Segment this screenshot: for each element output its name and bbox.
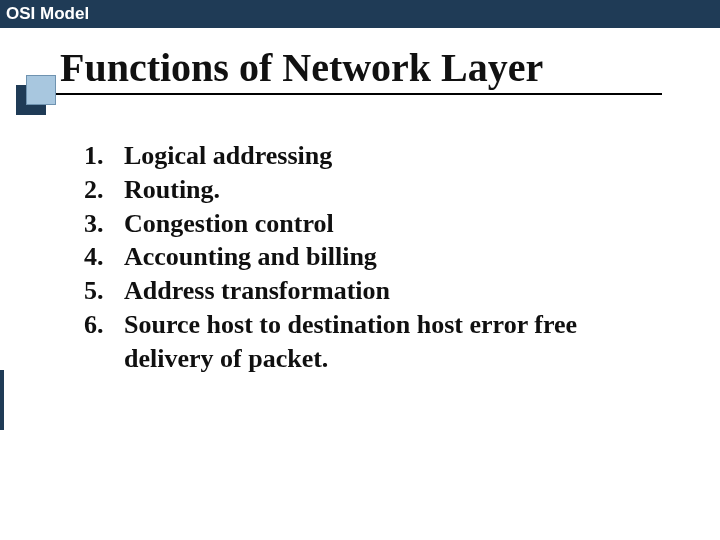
list-text: Accounting and billing bbox=[124, 240, 672, 274]
list-item: 2. Routing. bbox=[84, 173, 672, 207]
title-area: Functions of Network Layer bbox=[0, 44, 720, 93]
list-number: 1. bbox=[84, 139, 124, 173]
list-text: Congestion control bbox=[124, 207, 672, 241]
list-item: 3. Congestion control bbox=[84, 207, 672, 241]
list-number: 3. bbox=[84, 207, 124, 241]
list-item: 1. Logical addressing bbox=[84, 139, 672, 173]
list-text: Source host to destination host error fr… bbox=[124, 308, 672, 376]
list-number: 4. bbox=[84, 240, 124, 274]
list-number: 5. bbox=[84, 274, 124, 308]
header-title: OSI Model bbox=[6, 4, 89, 24]
list-number: 2. bbox=[84, 173, 124, 207]
decor-square-front bbox=[26, 75, 56, 105]
title-underline bbox=[36, 93, 662, 95]
side-mark bbox=[0, 370, 4, 430]
list-item: 4. Accounting and billing bbox=[84, 240, 672, 274]
list-number: 6. bbox=[84, 308, 124, 342]
list-item: 6. Source host to destination host error… bbox=[84, 308, 672, 376]
list-text: Logical addressing bbox=[124, 139, 672, 173]
list-item: 5. Address transformation bbox=[84, 274, 672, 308]
list-text: Routing. bbox=[124, 173, 672, 207]
slide-title: Functions of Network Layer bbox=[60, 44, 720, 93]
list-text: Address transformation bbox=[124, 274, 672, 308]
content-list: 1. Logical addressing 2. Routing. 3. Con… bbox=[0, 139, 720, 376]
header-bar: OSI Model bbox=[0, 0, 720, 28]
